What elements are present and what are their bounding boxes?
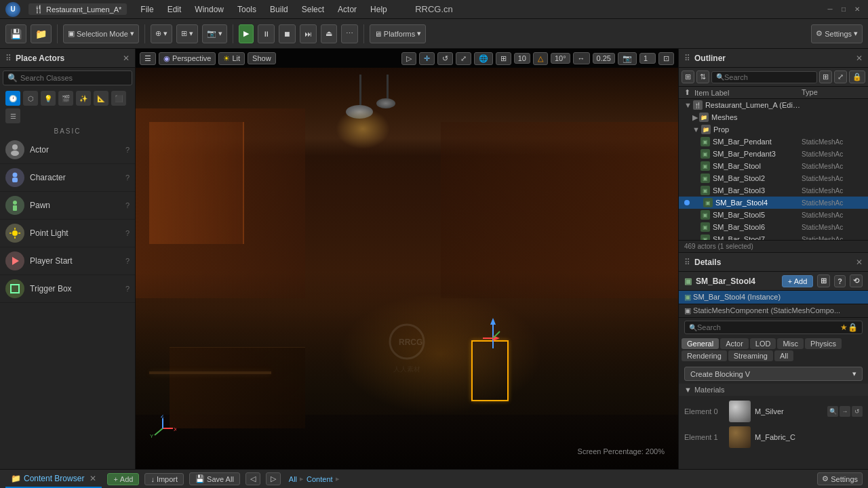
skip-button[interactable]: ⏭: [300, 24, 317, 43]
all-classes-tab[interactable]: ☰: [5, 108, 20, 123]
tab-actor[interactable]: Actor: [720, 338, 749, 349]
details-icon-btn-2[interactable]: ?: [834, 275, 846, 287]
menu-file[interactable]: File: [135, 3, 159, 16]
details-component-row[interactable]: ▣ StaticMeshComponent (StaticMeshCompo..…: [679, 304, 868, 318]
viewport-scale-icon[interactable]: ⤢: [456, 52, 471, 65]
viewport-grid-size[interactable]: 10: [514, 53, 530, 64]
actor-item-trigger-box[interactable]: Trigger Box ?: [0, 275, 135, 303]
details-icon-btn-3[interactable]: ⟲: [850, 274, 863, 287]
geometry-tab[interactable]: 📐: [94, 91, 108, 106]
settings-button[interactable]: ⚙ Settings ▾: [811, 24, 863, 43]
table-row[interactable]: ▶ 📁 Meshes: [679, 111, 868, 123]
viewport-select-icon[interactable]: ▷: [401, 52, 416, 65]
save-button[interactable]: 💾: [5, 24, 26, 43]
viewport-scale-size[interactable]: 0.25: [593, 53, 615, 64]
shapes-tab[interactable]: ⬡: [23, 91, 38, 106]
outliner-settings-button[interactable]: ⊞: [819, 70, 832, 83]
details-bookmark-icon[interactable]: ★: [840, 323, 848, 332]
actor-help-icon[interactable]: ?: [125, 146, 130, 154]
menu-select[interactable]: Select: [296, 3, 330, 16]
viewport-scale-icon2[interactable]: ↔: [573, 52, 590, 64]
cb-import-button[interactable]: ↓ Import: [144, 473, 184, 485]
transform-tool-button[interactable]: ⊕ ▾: [151, 24, 172, 43]
character-help-icon[interactable]: ?: [125, 174, 130, 182]
outliner-search-input[interactable]: [724, 73, 812, 81]
table-row[interactable]: ▣ SM_Bar_Stool4 StaticMeshAc: [679, 197, 868, 209]
selection-mode-button[interactable]: ▣ Selection Mode ▾: [63, 24, 139, 43]
tab-general[interactable]: General: [682, 338, 719, 349]
viewport-camera-num[interactable]: 1: [639, 53, 656, 64]
cinematic-tab[interactable]: 🎬: [58, 91, 73, 106]
recently-placed-tab[interactable]: 🕐: [5, 91, 20, 106]
details-search-input[interactable]: [697, 323, 840, 331]
subtab-all[interactable]: All: [774, 350, 793, 361]
snap-button[interactable]: ⊞ ▾: [176, 24, 198, 43]
content-browser-tab[interactable]: 📁 Content Browser ✕: [5, 470, 102, 488]
show-button[interactable]: Show: [248, 52, 276, 64]
actor-item-point-light[interactable]: Point Light ?: [0, 220, 135, 247]
details-icon-btn-1[interactable]: ⊞: [817, 274, 830, 287]
visual-effects-tab[interactable]: ✨: [76, 91, 91, 106]
subtab-streaming[interactable]: Streaming: [728, 350, 773, 361]
pause-button[interactable]: ⏸: [258, 24, 275, 43]
mat-browse-icon[interactable]: 🔍: [827, 406, 838, 417]
minimize-button[interactable]: ─: [825, 4, 835, 15]
actor-item-pawn[interactable]: Pawn ?: [0, 192, 135, 220]
subtab-rendering[interactable]: Rendering: [682, 350, 727, 361]
viewport-world-icon[interactable]: 🌐: [474, 52, 493, 65]
play-button[interactable]: ▶: [239, 24, 254, 43]
player-start-help-icon[interactable]: ?: [125, 257, 130, 265]
tab-physics[interactable]: Physics: [805, 338, 842, 349]
details-lock-icon[interactable]: 🔒: [848, 323, 858, 332]
viewport-layout-icon[interactable]: ⊡: [658, 52, 674, 65]
place-actors-search-input[interactable]: [20, 74, 127, 82]
cb-all-crumb[interactable]: All: [289, 475, 297, 483]
table-row[interactable]: ▣ SM_Bar_Stool3 StaticMeshAc: [679, 184, 868, 197]
eject-button[interactable]: ⏏: [321, 24, 337, 43]
cb-settings-button[interactable]: ⚙ Settings: [817, 472, 863, 485]
viewport-rotate-icon[interactable]: ↺: [437, 52, 453, 65]
table-row[interactable]: ▣ SM_Bar_Stool6 StaticMeshAc: [679, 221, 868, 233]
table-row[interactable]: ▣ SM_Bar_Pendant3 StaticMeshAc: [679, 148, 868, 160]
mat-reset-icon[interactable]: ↺: [852, 406, 863, 417]
details-instance-row[interactable]: ▣ SM_Bar_Stool4 (Instance): [679, 291, 868, 304]
cb-save-all-button[interactable]: 💾 Save All: [189, 472, 240, 485]
table-row[interactable]: ▣ SM_Bar_Stool5 StaticMeshAc: [679, 209, 868, 221]
stop-button[interactable]: ⏹: [279, 24, 296, 43]
more-options-button[interactable]: ⋯: [341, 24, 358, 43]
perspective-button[interactable]: ◉ Perspective: [159, 52, 216, 65]
menu-help[interactable]: Help: [365, 3, 393, 16]
mat-arrow-icon[interactable]: →: [840, 406, 850, 417]
table-row[interactable]: ▣ SM_Bar_Stool StaticMeshAc: [679, 160, 868, 172]
cb-content-crumb[interactable]: Content: [307, 475, 333, 483]
outliner-expand-button[interactable]: ⤢: [834, 70, 847, 83]
tab-misc[interactable]: Misc: [777, 338, 804, 349]
outliner-close-button[interactable]: ✕: [856, 54, 863, 63]
outliner-filter-button[interactable]: ⊞: [682, 70, 694, 83]
actor-item-player-start[interactable]: Player Start ?: [0, 247, 135, 275]
content-browser-close-icon[interactable]: ✕: [90, 474, 96, 483]
outliner-lock-button[interactable]: 🔒: [849, 70, 865, 83]
close-button[interactable]: ✕: [852, 4, 863, 15]
cb-add-button[interactable]: + Add: [107, 473, 139, 485]
materials-section-header[interactable]: ▼ Materials: [679, 384, 868, 396]
maximize-button[interactable]: □: [838, 4, 849, 15]
lit-button[interactable]: ☀ Lit: [218, 52, 245, 65]
lights-tab[interactable]: 💡: [41, 91, 56, 106]
point-light-help-icon[interactable]: ?: [125, 229, 130, 237]
menu-window[interactable]: Window: [189, 3, 229, 16]
viewport-angle-size[interactable]: 10°: [551, 53, 570, 64]
viewport-grid-icon[interactable]: ⊞: [496, 52, 511, 65]
create-blocking-button[interactable]: Create Blocking V ▾: [684, 367, 863, 381]
actor-item-character[interactable]: Character ?: [0, 164, 135, 192]
platforms-button[interactable]: 🖥 Platforms ▾: [370, 24, 426, 43]
pawn-help-icon[interactable]: ?: [125, 201, 130, 209]
details-close-button[interactable]: ✕: [856, 258, 863, 267]
viewport-angle-icon[interactable]: △: [533, 52, 548, 65]
place-actors-close-button[interactable]: ✕: [123, 54, 130, 63]
camera-button[interactable]: 📷 ▾: [202, 24, 227, 43]
viewport-menu-button[interactable]: ☰: [140, 52, 156, 65]
actor-item-actor[interactable]: Actor ?: [0, 136, 135, 164]
viewport[interactable]: ☰ ◉ Perspective ☀ Lit Show ▷ ✛ ↺ ⤢ 🌐 ⊞ 1…: [136, 49, 678, 469]
table-row[interactable]: ▣ SM_Bar_Pendant StaticMeshAc: [679, 136, 868, 148]
